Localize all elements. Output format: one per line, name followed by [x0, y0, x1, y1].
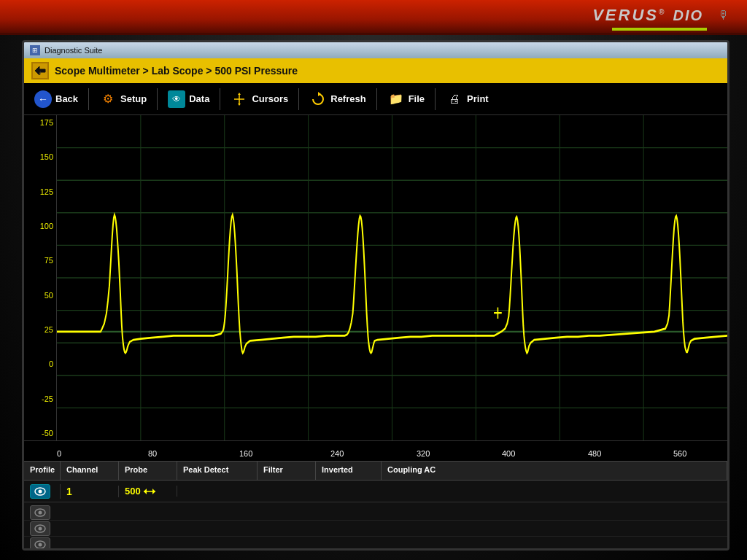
- y-label-0: 0: [27, 359, 53, 368]
- svg-marker-27: [152, 489, 155, 494]
- svg-point-30: [39, 510, 42, 514]
- channel-value: 1: [66, 486, 72, 497]
- eye-icon-inactive-3[interactable]: [30, 521, 50, 536]
- model-name: DIO: [673, 7, 703, 23]
- y-label-neg25: -25: [27, 394, 53, 403]
- extra-channel-rows: [24, 505, 727, 551]
- trademark: ®: [659, 8, 666, 16]
- x-label-160: 160: [239, 449, 252, 458]
- setup-icon: ⚙: [99, 90, 117, 108]
- file-button[interactable]: 📁 File: [382, 88, 430, 111]
- svg-point-25: [39, 489, 42, 493]
- x-label-560: 560: [673, 449, 686, 458]
- app-icon: ⊞: [30, 45, 40, 55]
- x-label-480: 480: [588, 449, 601, 458]
- crosshair-symbol: +: [493, 300, 503, 325]
- toolbar: ← Back ⚙ Setup 👁 Data Cursors: [24, 83, 727, 115]
- svg-text:↕: ↕: [39, 69, 42, 76]
- eye-icon-inactive-2[interactable]: [30, 505, 50, 520]
- print-icon: 🖨: [446, 90, 463, 108]
- print-button[interactable]: 🖨 Print: [440, 88, 495, 111]
- channel-row-3: [24, 521, 727, 537]
- breadcrumb-icon: ↕: [31, 62, 49, 79]
- breadcrumb-bar: ↕ Scope Multimeter > Lab Scope > 500 PSI…: [24, 58, 727, 83]
- back-button[interactable]: ← Back: [28, 88, 84, 111]
- device-logo: VERUS® DIO: [592, 6, 703, 25]
- svg-marker-5: [238, 104, 241, 106]
- col-header-peakdetect: Peak Detect: [177, 462, 258, 480]
- file-label: File: [409, 93, 425, 104]
- row1-channel: 1: [61, 486, 119, 497]
- table-header: Profile Channel Probe Peak Detect Filter…: [24, 462, 727, 481]
- probe-value: 500: [125, 486, 141, 497]
- row1-profile-icon[interactable]: [24, 484, 61, 499]
- svg-point-34: [39, 543, 42, 547]
- separator-6: [435, 88, 436, 110]
- y-label-125: 125: [27, 187, 53, 196]
- svg-marker-4: [238, 93, 241, 95]
- separator-1: [88, 88, 89, 110]
- table-row-1: 1 500: [24, 481, 727, 502]
- back-label: Back: [55, 93, 78, 104]
- file-icon: 📁: [387, 90, 405, 108]
- y-label-75: 75: [27, 256, 53, 265]
- col-header-filter: Filter: [258, 462, 316, 480]
- waveform-svg: +: [57, 115, 727, 440]
- svg-marker-6: [318, 92, 321, 96]
- data-table: Profile Channel Probe Peak Detect Filter…: [24, 461, 727, 505]
- brand-name: VERUS: [592, 6, 659, 24]
- y-label-25: 25: [27, 325, 53, 334]
- scope-canvas: +: [57, 115, 727, 440]
- separator-2: [157, 88, 158, 110]
- y-label-neg50: -50: [27, 429, 53, 438]
- svg-point-32: [39, 526, 42, 530]
- breadcrumb-text: Scope Multimeter > Lab Scope > 500 PSI P…: [55, 65, 298, 77]
- setup-button[interactable]: ⚙ Setup: [93, 88, 152, 111]
- x-label-320: 320: [417, 449, 430, 458]
- y-axis: 175 150 125 100 75 50 25 0 -25 -50: [24, 115, 57, 440]
- cursors-icon: [231, 90, 248, 108]
- col-header-probe: Probe: [119, 462, 177, 480]
- x-label-0: 0: [57, 449, 61, 458]
- setup-label: Setup: [120, 93, 147, 104]
- data-button[interactable]: 👁 Data: [162, 88, 215, 111]
- eye-icon-inactive-4[interactable]: [30, 537, 50, 551]
- data-label: Data: [189, 93, 209, 104]
- separator-4: [298, 88, 299, 110]
- row1-probe: 500: [119, 486, 177, 497]
- y-label-175: 175: [27, 118, 53, 127]
- logo-accent-line: [612, 28, 707, 31]
- refresh-icon: [309, 90, 327, 108]
- y-label-100: 100: [27, 222, 53, 230]
- cursors-label: Cursors: [252, 93, 288, 104]
- refresh-button[interactable]: Refresh: [303, 88, 371, 111]
- eye-icon-active[interactable]: [30, 484, 50, 499]
- x-axis: 0 80 160 240 320 400 480 560: [24, 440, 727, 461]
- print-label: Print: [467, 93, 489, 104]
- y-label-150: 150: [27, 152, 53, 161]
- y-label-50: 50: [27, 291, 53, 300]
- col-header-inverted: Inverted: [316, 462, 382, 480]
- x-label-80: 80: [148, 449, 157, 458]
- device-top-bar: VERUS® DIO 🎙: [0, 0, 747, 35]
- back-icon: ←: [34, 90, 52, 108]
- separator-5: [376, 88, 377, 110]
- channel-row-4: [24, 537, 727, 551]
- x-label-400: 400: [502, 449, 515, 458]
- channel-row-2: [24, 505, 727, 521]
- cursors-button[interactable]: Cursors: [225, 88, 294, 111]
- separator-3: [220, 88, 220, 110]
- title-bar: ⊞ Diagnostic Suite: [24, 42, 727, 58]
- x-label-240: 240: [330, 449, 344, 458]
- refresh-label: Refresh: [330, 93, 365, 104]
- col-header-profile: Profile: [24, 462, 61, 480]
- main-screen: ⊞ Diagnostic Suite ↕ Scope Multimeter > …: [22, 40, 729, 551]
- col-header-coupling: Coupling AC: [382, 462, 727, 480]
- data-icon: 👁: [168, 90, 185, 108]
- col-header-channel: Channel: [61, 462, 119, 480]
- camera-icon: 🎙: [718, 9, 732, 23]
- svg-marker-28: [144, 489, 147, 494]
- window-title: Diagnostic Suite: [44, 46, 103, 55]
